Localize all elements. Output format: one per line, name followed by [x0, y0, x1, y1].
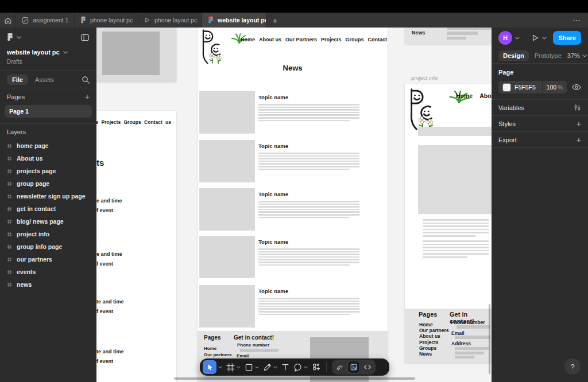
title-placeholder-bar	[418, 127, 492, 136]
percent-sign: %	[558, 84, 563, 91]
chevron-down-icon[interactable]	[273, 366, 277, 369]
help-button[interactable]: ?	[564, 358, 581, 375]
page-item-selected[interactable]: Page 1	[5, 105, 92, 118]
tab-assignment-1[interactable]: assignment 1	[16, 13, 75, 28]
event-name-text: f event	[96, 358, 113, 364]
move-tool-button[interactable]	[203, 360, 216, 374]
topic-image-placeholder	[199, 236, 255, 278]
page-color-input[interactable]: F5F5F5	[498, 81, 542, 93]
layer-item-our-partners[interactable]: our partners	[0, 253, 96, 266]
pen-tool-icon[interactable]	[263, 363, 272, 372]
tab-website-layout[interactable]: website layout pc	[202, 13, 266, 28]
frame-label-project-info[interactable]: project info	[411, 75, 438, 81]
news-page-title: News	[198, 64, 388, 72]
visibility-eye-icon[interactable]	[572, 84, 581, 91]
layer-item-about-us[interactable]: About us	[0, 152, 96, 165]
image-placeholder	[102, 32, 160, 75]
annotate-mode-button[interactable]	[348, 361, 359, 373]
frame-partial-news-footer[interactable]: News	[405, 28, 492, 44]
chevron-down-icon[interactable]	[237, 366, 241, 369]
opacity-input[interactable]: 100 %	[543, 81, 567, 93]
toggle-sidebar-icon[interactable]	[80, 34, 90, 41]
variables-section[interactable]: Variables	[492, 100, 588, 115]
chevron-down-icon[interactable]	[515, 37, 520, 40]
chevron-down-icon[interactable]	[542, 37, 547, 40]
frame-news-page[interactable]: Home About us Our Partners Projects Grou…	[198, 28, 388, 382]
page-section-title: Page	[498, 69, 513, 76]
topic-text-skeleton	[258, 248, 359, 267]
dev-mode-button[interactable]	[362, 361, 373, 373]
tab-file[interactable]: File	[7, 75, 28, 85]
figma-file-icon-colored	[208, 16, 214, 24]
home-button[interactable]	[0, 13, 16, 28]
tab-overflow-button[interactable]: ⋯	[570, 13, 583, 28]
add-page-button[interactable]: +	[85, 92, 90, 102]
search-icon[interactable]	[82, 76, 90, 84]
partial-footer-news-label: News	[412, 30, 425, 36]
zoom-menu[interactable]: 37%	[567, 52, 587, 59]
paragraph-skeleton	[423, 240, 489, 259]
styles-section[interactable]: Styles +	[492, 116, 588, 131]
variables-icon[interactable]	[574, 104, 581, 111]
figma-file-icon	[80, 16, 86, 24]
mode-switcher	[332, 360, 376, 375]
phone-value-bar	[457, 325, 490, 329]
frame-events-page[interactable]: rs Projects Groups Contact us ts e and t…	[96, 111, 176, 382]
tab-label: website layout pc	[218, 17, 266, 24]
address-value-bar	[455, 347, 489, 350]
project-info-footer: Pages Home Our partners About us Project…	[405, 309, 492, 363]
export-label: Export	[498, 137, 517, 143]
export-section[interactable]: Export +	[492, 132, 588, 147]
new-tab-button[interactable]: +	[266, 13, 284, 28]
frame-partial-gray-block[interactable]	[96, 28, 176, 82]
chevron-down-icon[interactable]	[255, 366, 259, 369]
tab-phone-layout-design[interactable]: phone layout pc	[75, 13, 138, 28]
frame-project-info[interactable]: Home About us Pages Home Our partners Ab…	[405, 84, 492, 363]
layer-item-get-in-contact[interactable]: get in contact	[0, 202, 96, 215]
avatar[interactable]: H	[498, 31, 512, 45]
left-sidebar: website layout pc Drafts File Assets Pag…	[0, 28, 96, 382]
chevron-down-icon[interactable]	[218, 366, 222, 369]
vertical-scrollbar[interactable]	[489, 304, 490, 374]
layer-item-news[interactable]: news	[0, 278, 96, 291]
color-swatch[interactable]	[503, 84, 510, 91]
text-tool-icon[interactable]	[281, 363, 289, 371]
tab-label: phone layout pc	[154, 17, 197, 24]
draw-mode-button[interactable]	[334, 361, 346, 373]
actions-tool-icon[interactable]	[312, 362, 321, 372]
layer-item-events[interactable]: events	[0, 266, 96, 278]
share-button[interactable]: Share	[553, 31, 581, 45]
add-export-button[interactable]: +	[577, 135, 581, 145]
add-style-button[interactable]: +	[577, 119, 581, 128]
right-sidebar-header: H Share	[492, 28, 588, 48]
tab-design[interactable]: Design	[498, 50, 529, 61]
events-nav-partial: rs Projects Groups Contact us	[96, 119, 171, 125]
frame-tool-icon[interactable]	[226, 363, 235, 372]
present-play-icon[interactable]	[531, 34, 539, 42]
event-date-text: te and time	[96, 299, 124, 305]
layer-item-home-page[interactable]: home page	[0, 139, 96, 152]
layer-item-projects-page[interactable]: projects page	[0, 165, 96, 177]
tab-prototype[interactable]: Prototype	[535, 52, 562, 59]
file-name-row[interactable]: website layout pc	[0, 47, 96, 57]
tab-assets[interactable]: Assets	[35, 76, 54, 83]
canvas-toolbar	[200, 358, 389, 376]
rectangle-tool-icon[interactable]	[245, 363, 253, 372]
layer-item-project-info[interactable]: project info	[0, 228, 96, 240]
horizontal-scrollbar[interactable]	[174, 377, 415, 380]
event-name-text: f event	[96, 309, 113, 314]
topic-title: Topic name	[258, 191, 288, 197]
event-date-text: e and time	[96, 251, 122, 257]
chevron-down-icon[interactable]	[304, 366, 308, 369]
draft-file-icon	[22, 17, 29, 24]
layer-item-group-page[interactable]: group page	[0, 177, 96, 190]
tab-phone-layout-prototype[interactable]: phone layout pc	[138, 13, 202, 28]
layer-item-newsletter[interactable]: newsletter sign up page	[0, 190, 96, 202]
file-name: website layout pc	[7, 49, 60, 56]
comment-tool-icon[interactable]	[293, 363, 302, 372]
layer-item-blog-news[interactable]: blog/ news page	[0, 215, 96, 228]
code-icon	[363, 363, 372, 371]
layer-item-group-info[interactable]: group info page	[0, 240, 96, 253]
main-menu-button[interactable]	[7, 33, 21, 42]
design-canvas[interactable]: rs Projects Groups Contact us ts e and t…	[96, 28, 492, 382]
